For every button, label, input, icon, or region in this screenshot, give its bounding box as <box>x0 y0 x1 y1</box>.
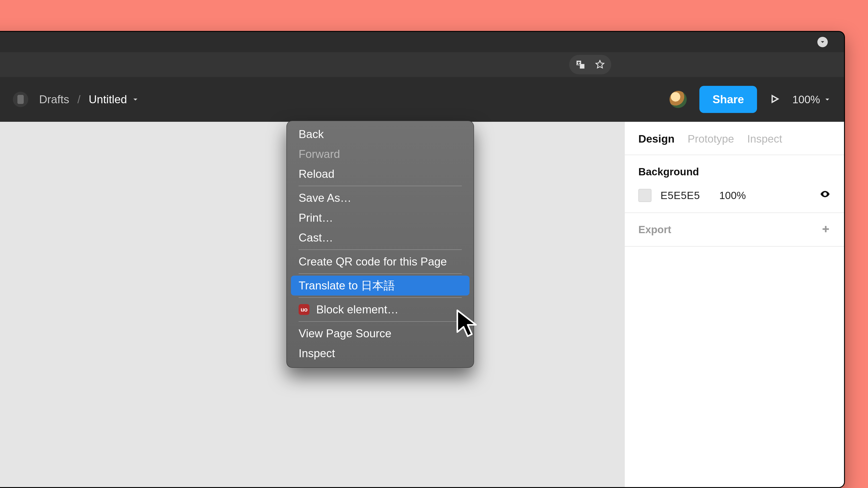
ctx-save-as[interactable]: Save As… <box>287 188 473 208</box>
ctx-sep <box>299 273 462 274</box>
zoom-control[interactable]: 100% <box>792 93 831 106</box>
ctx-block[interactable]: uo Block element… <box>287 300 473 320</box>
ctx-cast[interactable]: Cast… <box>287 228 473 248</box>
ctx-translate[interactable]: Translate to 日本語 <box>291 275 469 295</box>
chevron-down-icon <box>132 96 139 103</box>
ctx-block-label: Block element… <box>316 303 399 316</box>
background-swatch[interactable] <box>638 189 651 202</box>
ctx-view-source[interactable]: View Page Source <box>287 324 473 344</box>
translate-icon[interactable] <box>576 60 585 70</box>
breadcrumb-title-text: Untitled <box>89 93 127 106</box>
star-icon[interactable] <box>595 60 605 70</box>
ublock-icon: uo <box>299 304 309 315</box>
cursor <box>455 309 480 339</box>
section-background-title: Background <box>638 166 831 178</box>
export-add-button[interactable] <box>821 224 831 235</box>
avatar[interactable] <box>670 91 687 108</box>
zoom-value: 100% <box>792 93 820 106</box>
context-menu: Back Forward Reload Save As… Print… Cast… <box>286 121 474 368</box>
breadcrumb-sep: / <box>77 93 81 106</box>
eye-icon <box>819 189 831 199</box>
ctx-qr[interactable]: Create QR code for this Page <box>287 252 473 271</box>
breadcrumb-drafts[interactable]: Drafts <box>39 93 69 106</box>
ctx-print[interactable]: Print… <box>287 208 473 228</box>
figma-logo-glyph <box>18 95 24 104</box>
browser-toolbar <box>0 52 844 77</box>
section-export: Export <box>625 213 844 247</box>
background-visibility[interactable] <box>819 189 831 202</box>
background-row: E5E5E5 100% <box>638 189 831 202</box>
url-actions <box>569 55 611 74</box>
ctx-sep <box>299 250 462 250</box>
breadcrumb-title[interactable]: Untitled <box>89 93 139 106</box>
window-menu-button[interactable] <box>817 37 828 47</box>
present-button[interactable] <box>770 94 780 105</box>
ctx-sep <box>299 321 462 322</box>
export-label: Export <box>638 223 671 236</box>
section-background: Background E5E5E5 100% <box>625 155 844 213</box>
background-hex[interactable]: E5E5E5 <box>660 189 710 201</box>
cursor-icon <box>455 309 480 338</box>
ctx-sep <box>299 297 462 298</box>
play-icon <box>770 94 780 104</box>
ctx-back[interactable]: Back <box>287 124 473 144</box>
document-location: Drafts / Untitled <box>13 92 139 107</box>
plus-icon <box>821 224 831 234</box>
chevron-down-icon <box>820 39 825 44</box>
chevron-down-icon <box>824 96 831 103</box>
header-right: Share 100% <box>670 86 831 113</box>
ctx-inspect[interactable]: Inspect <box>287 344 473 363</box>
background-opacity[interactable]: 100% <box>719 189 755 201</box>
ctx-forward: Forward <box>287 144 473 164</box>
tab-prototype[interactable]: Prototype <box>688 133 734 145</box>
right-panel-tabs: Design Prototype Inspect <box>625 122 844 155</box>
ctx-sep <box>299 186 462 186</box>
ctx-reload[interactable]: Reload <box>287 164 473 184</box>
share-button[interactable]: Share <box>700 86 757 113</box>
figma-logo[interactable] <box>13 92 28 107</box>
window-titlebar <box>0 32 844 52</box>
app-header: Drafts / Untitled Share 100% <box>0 77 844 122</box>
tab-inspect[interactable]: Inspect <box>747 133 782 145</box>
right-panel: Design Prototype Inspect Background E5E5… <box>624 122 844 487</box>
tab-design[interactable]: Design <box>638 133 675 145</box>
